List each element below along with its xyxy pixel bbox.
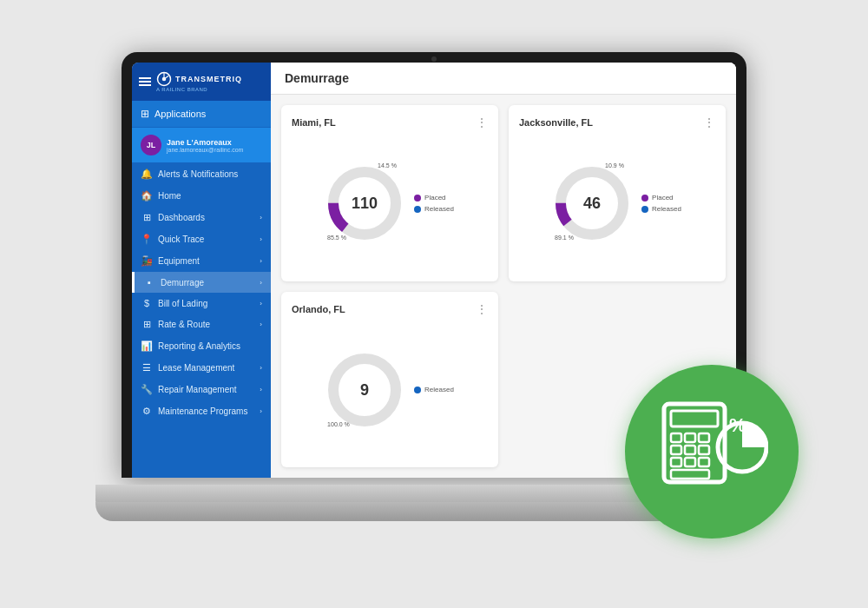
applications-icon: ⊞ [141, 108, 149, 120]
svg-rect-14 [699, 433, 709, 442]
legend-item: Placed [414, 194, 454, 202]
released-pct-label: 100.0 % [327, 421, 350, 427]
user-email: jane.lamoreaux@railinc.com [167, 147, 243, 153]
sidebar: TRANSMETRIQ A RAILINC BRAND ⊞ Applicatio… [132, 63, 271, 478]
hamburger-menu[interactable] [139, 77, 151, 86]
chevron-icon-demurrage: › [260, 279, 262, 287]
svg-rect-20 [699, 458, 709, 466]
legend-label: Released [424, 205, 454, 213]
nav-label-demurrage: Demurrage [161, 278, 204, 287]
nav-label-quick-trace: Quick Trace [158, 235, 204, 244]
chevron-icon-repair-mgmt: › [260, 386, 262, 393]
card-header-orlando: Orlando, FL ⋮ [292, 302, 488, 316]
nav-label-bill-of-lading: Bill of Lading [158, 299, 207, 308]
card-menu-orlando[interactable]: ⋮ [476, 302, 488, 316]
svg-rect-19 [685, 458, 695, 466]
legend-dot [641, 195, 648, 202]
card-jacksonville: Jacksonville, FL ⋮ 46 10.9 % 89.1 % Plac… [509, 105, 726, 281]
nav-label-dashboards: Dashboards [158, 213, 205, 222]
sidebar-item-rate-route[interactable]: ⊞ Rate & Route › [132, 314, 271, 335]
nav-icon-repair-mgmt: 🔧 [141, 384, 153, 395]
legend-orlando: Released [414, 386, 454, 393]
chevron-icon-maintenance: › [260, 407, 262, 415]
legend-label: Released [652, 205, 681, 213]
card-title-miami: Miami, FL [292, 117, 336, 128]
legend-item: Released [414, 386, 454, 393]
sidebar-item-maintenance[interactable]: ⚙ Maintenance Programs › [132, 400, 271, 422]
green-circle-icon: % [625, 365, 799, 539]
svg-rect-12 [671, 433, 681, 442]
logo-icon [156, 71, 172, 87]
card-body-jacksonville: 46 10.9 % 89.1 % Placed Released [519, 136, 715, 271]
svg-rect-16 [685, 446, 695, 454]
sidebar-item-home[interactable]: 🏠 Home [132, 185, 271, 207]
user-name: Jane L'Amoreaux [167, 138, 243, 147]
legend-item: Released [414, 205, 454, 213]
donut-wrapper-jacksonville: 46 10.9 % 89.1 % [553, 164, 631, 242]
user-section: JL Jane L'Amoreaux jane.lamoreaux@railin… [132, 128, 271, 163]
card-menu-jacksonville[interactable]: ⋮ [703, 116, 715, 129]
chevron-icon-lease-mgmt: › [260, 364, 262, 372]
legend-item: Placed [641, 194, 681, 202]
nav-icon-dashboards: ⊞ [141, 212, 153, 223]
nav-menu: 🔔 Alerts & Notifications 🏠 Home ⊞ Dashbo… [132, 163, 271, 422]
nav-label-reporting: Reporting & Analytics [158, 341, 240, 351]
donut-wrapper-orlando: 9 100.0 % [326, 351, 404, 429]
placed-pct-label: 10.9 % [605, 162, 624, 169]
svg-rect-13 [685, 433, 695, 442]
card-title-orlando: Orlando, FL [292, 304, 345, 314]
svg-text:%: % [729, 414, 746, 436]
logo-text: TRANSMETRIQ [175, 75, 242, 83]
svg-rect-11 [671, 411, 718, 426]
chevron-icon-bill-of-lading: › [260, 300, 262, 307]
sidebar-item-quick-trace[interactable]: 📍 Quick Trace › [132, 228, 271, 250]
sidebar-item-dashboards[interactable]: ⊞ Dashboards › [132, 207, 271, 228]
sidebar-item-repair-mgmt[interactable]: 🔧 Repair Management › [132, 379, 271, 400]
logo-subtitle: A RAILINC BRAND [156, 87, 242, 92]
card-header-miami: Miami, FL ⋮ [292, 116, 488, 129]
legend-label: Released [424, 386, 454, 393]
released-pct-label: 89.1 % [555, 235, 574, 241]
donut-center-value-miami: 110 [352, 195, 378, 213]
sidebar-item-bill-of-lading[interactable]: $ Bill of Lading › [132, 293, 271, 314]
card-body-miami: 110 14.5 % 85.5 % Placed Released [292, 136, 488, 271]
svg-rect-17 [699, 446, 709, 454]
sidebar-item-lease-mgmt[interactable]: ☰ Lease Management › [132, 357, 271, 379]
legend-dot [641, 206, 648, 213]
legend-miami: Placed Released [414, 194, 454, 213]
chevron-icon-dashboards: › [260, 214, 262, 221]
logo-area: TRANSMETRIQ A RAILINC BRAND [156, 71, 242, 92]
legend-jacksonville: Placed Released [641, 194, 681, 213]
released-pct-label: 85.5 % [327, 235, 346, 241]
legend-dot [414, 387, 421, 393]
placed-pct-label: 14.5 % [378, 162, 397, 169]
nav-icon-home: 🏠 [141, 190, 153, 202]
chevron-icon-quick-trace: › [260, 235, 262, 243]
sidebar-header: TRANSMETRIQ A RAILINC BRAND [132, 63, 271, 101]
sidebar-item-equipment[interactable]: 🚂 Equipment › [132, 250, 271, 272]
nav-icon-demurrage: ▪ [143, 277, 155, 287]
svg-rect-18 [671, 458, 681, 466]
nav-icon-equipment: 🚂 [141, 255, 153, 267]
nav-icon-alerts: 🔔 [141, 169, 153, 180]
donut-center-value-jacksonville: 46 [583, 195, 601, 213]
card-menu-miami[interactable]: ⋮ [476, 116, 488, 129]
page-header: Demurrage [271, 63, 736, 95]
svg-rect-15 [671, 446, 681, 454]
nav-icon-reporting: 📊 [141, 340, 153, 352]
card-body-orlando: 9 100.0 % Released [292, 323, 488, 458]
legend-label: Placed [424, 194, 445, 202]
applications-button[interactable]: ⊞ Applications [132, 101, 271, 128]
svg-rect-21 [671, 470, 709, 479]
sidebar-item-demurrage[interactable]: ▪ Demurrage › [132, 272, 271, 293]
nav-label-rate-route: Rate & Route [158, 320, 210, 329]
legend-dot [414, 195, 421, 202]
chevron-icon-equipment: › [260, 257, 262, 265]
card-miami: Miami, FL ⋮ 110 14.5 % 85.5 % Placed Re [281, 105, 498, 281]
user-info: Jane L'Amoreaux jane.lamoreaux@railinc.c… [167, 138, 243, 153]
avatar: JL [141, 135, 161, 155]
legend-dot [414, 206, 421, 213]
sidebar-item-alerts[interactable]: 🔔 Alerts & Notifications [132, 163, 271, 185]
sidebar-item-reporting[interactable]: 📊 Reporting & Analytics [132, 335, 271, 357]
nav-label-repair-mgmt: Repair Management [158, 385, 237, 394]
